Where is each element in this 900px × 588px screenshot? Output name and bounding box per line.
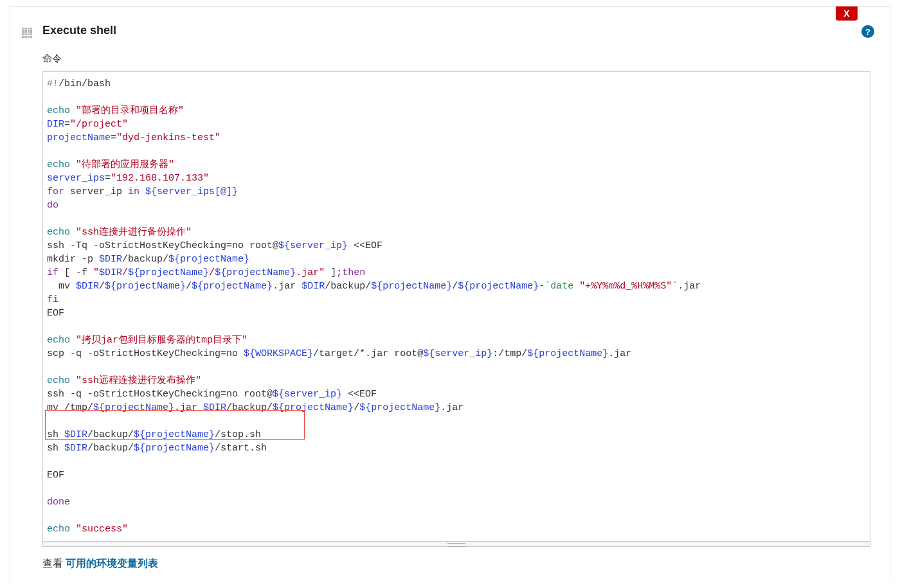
delete-step-button[interactable]: X <box>836 6 858 21</box>
close-icon: X <box>843 8 849 19</box>
step-title: Execute shell <box>42 24 870 37</box>
env-vars-hint: 查看 可用的环境变量列表 <box>42 557 870 571</box>
shell-command-input[interactable]: #!/bin/bash echo "部署的目录和项目名称" DIR="/proj… <box>42 71 870 542</box>
help-icon[interactable]: ? <box>861 25 874 38</box>
env-vars-link[interactable]: 可用的环境变量列表 <box>66 558 158 569</box>
build-step-execute-shell: X ? Execute shell 命令 #!/bin/bash echo "部… <box>10 6 890 580</box>
textarea-resize-handle[interactable] <box>42 542 870 547</box>
drag-handle-icon[interactable] <box>22 28 33 39</box>
command-field-label: 命令 <box>42 53 870 65</box>
